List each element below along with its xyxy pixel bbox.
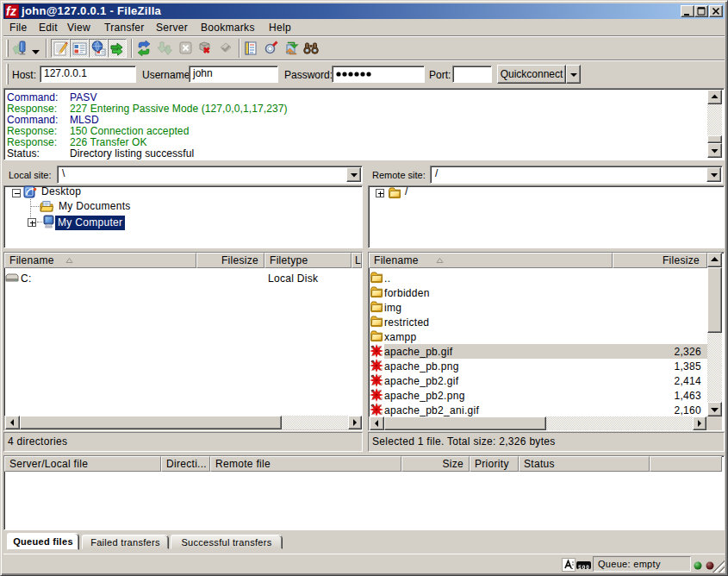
svg-text:fz: fz [6, 4, 16, 18]
